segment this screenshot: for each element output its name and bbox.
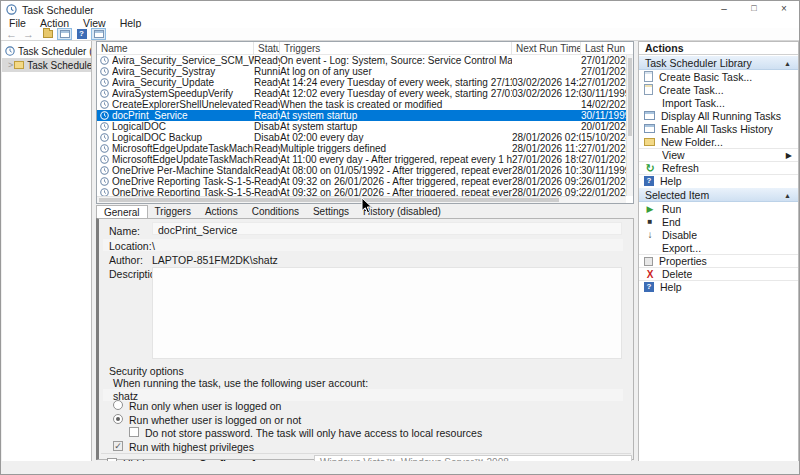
radio-run-only-logged-on[interactable] bbox=[113, 400, 123, 410]
task-row-avira-security-systray[interactable]: Avira_Security_Systray Running At log on… bbox=[97, 66, 633, 77]
action-item-view[interactable]: View ▶ bbox=[639, 148, 798, 161]
task-triggers: On event - Log: System, Source: Service … bbox=[280, 55, 512, 66]
help-button[interactable]: ? bbox=[74, 28, 89, 40]
task-triggers: At system startup bbox=[280, 121, 512, 132]
task-row-onedrive-reporting-task-s-1-5-21-1040159[interactable]: OneDrive Reporting Task-S-1-5-21-1040159… bbox=[97, 176, 633, 187]
task-triggers: At system startup bbox=[280, 110, 512, 121]
radio-run-whether-logged-on[interactable] bbox=[113, 414, 123, 424]
actions-section-selected-item[interactable]: Selected Item▲ bbox=[639, 187, 798, 202]
folder-icon bbox=[14, 61, 24, 69]
close-button[interactable]: × bbox=[769, 1, 799, 18]
action-item-import-task[interactable]: Import Task... bbox=[639, 96, 798, 109]
task-row-microsoftedgeupdatetaskmachineua[interactable]: MicrosoftEdgeUpdateTaskMachineUA Ready A… bbox=[97, 154, 633, 165]
scrollbar-thumb[interactable] bbox=[628, 58, 632, 136]
run-icon: ▶ bbox=[644, 203, 656, 214]
checkbox-highest-privileges-label: Run with highest privileges bbox=[129, 441, 254, 453]
task-triggers: At log on of any user bbox=[280, 66, 512, 77]
task-icon bbox=[100, 177, 112, 186]
task-triggers: Multiple triggers defined bbox=[280, 143, 512, 154]
submenu-arrow-icon: ▶ bbox=[786, 151, 792, 160]
task-row-logicaldoc[interactable]: LogicalDOC Disabled At system startup 20… bbox=[97, 121, 633, 132]
action-item-create-task[interactable]: Create Task... bbox=[639, 83, 798, 96]
location-value: \ bbox=[152, 240, 155, 252]
task-last-run: 30/11/1999 00:00: bbox=[581, 165, 627, 176]
tree-item-root[interactable]: Task Scheduler (Local) bbox=[2, 44, 91, 58]
tab-actions[interactable]: Actions bbox=[198, 205, 245, 218]
clock-icon bbox=[5, 46, 15, 56]
task-name: MicrosoftEdgeUpdateTaskMachineUA bbox=[112, 154, 254, 165]
console-window-button[interactable] bbox=[57, 28, 72, 40]
task-last-run: 27/01/2026 10:24: bbox=[581, 66, 627, 77]
action-item-disable[interactable]: ↓ Disable bbox=[639, 228, 798, 241]
show-console-tree-icon bbox=[43, 30, 53, 38]
action-item-end[interactable]: ■ End bbox=[639, 215, 798, 228]
delete-icon: X bbox=[644, 269, 656, 280]
task-icon bbox=[100, 166, 112, 175]
expander-icon[interactable]: > bbox=[8, 60, 13, 70]
collapse-icon[interactable]: ▲ bbox=[784, 56, 791, 71]
task-last-run: 20/01/2026 18:44: bbox=[581, 121, 627, 132]
task-row-avira-security-service-scm-watchdog[interactable]: Avira_Security_Service_SCM_Watchdog Read… bbox=[97, 55, 633, 66]
task-next-run: 28/01/2026 02:00:00 bbox=[512, 132, 581, 143]
tab-triggers[interactable]: Triggers bbox=[148, 205, 198, 218]
task-name: MicrosoftEdgeUpdateTaskMachineCore bbox=[112, 143, 254, 154]
task-name: OneDrive Reporting Task-S-1-5-21-1040159… bbox=[112, 176, 254, 187]
action-pane-button[interactable] bbox=[91, 28, 106, 40]
action-item-delete[interactable]: X Delete bbox=[639, 267, 798, 280]
task-row-avirasystemspeedupverify[interactable]: AviraSystemSpeedupVerify Ready At 12:02 … bbox=[97, 88, 633, 99]
show-console-tree-button[interactable] bbox=[40, 28, 55, 40]
column-header-triggers[interactable]: Triggers bbox=[280, 42, 512, 55]
task-status: Ready bbox=[254, 176, 280, 187]
collapse-icon[interactable]: ▲ bbox=[784, 188, 791, 203]
console-tree: Task Scheduler (Local) > Task Scheduler … bbox=[2, 41, 92, 463]
tab-general[interactable]: General bbox=[96, 205, 148, 218]
task-row-avira-security-update[interactable]: Avira_Security_Update Ready At 14:24 eve… bbox=[97, 77, 633, 88]
minimize-button[interactable]: – bbox=[709, 1, 739, 18]
task-triggers: At 09:32 on 26/01/2026 - After triggered… bbox=[280, 176, 512, 187]
task-row-microsoftedgeupdatetaskmachinecore[interactable]: MicrosoftEdgeUpdateTaskMachineCore Ready… bbox=[97, 143, 633, 154]
maximize-button[interactable]: □ bbox=[739, 1, 769, 18]
task-next-run: 03/02/2026 12:02:00 bbox=[512, 88, 581, 99]
task-row-onedrive-per-machine-standalone-update-t[interactable]: OneDrive Per-Machine Standalone Update T… bbox=[97, 165, 633, 176]
task-triggers: At 08:00 on 01/05/1992 - After triggered… bbox=[280, 165, 512, 176]
column-header-next-run-time[interactable]: Next Run Time bbox=[512, 42, 581, 55]
help-icon: ? bbox=[77, 29, 87, 39]
action-item-help[interactable]: ? Help bbox=[639, 174, 798, 187]
action-item-create-basic-task[interactable]: Create Basic Task... bbox=[639, 70, 798, 83]
task-icon bbox=[100, 89, 112, 98]
action-item-refresh[interactable]: ↻ Refresh bbox=[639, 161, 798, 174]
action-item-enable-all-tasks-history[interactable]: Enable All Tasks History bbox=[639, 122, 798, 135]
forward-arrow-icon[interactable]: → bbox=[23, 29, 34, 39]
actions-section-task-scheduler-library[interactable]: Task Scheduler Library▲ bbox=[639, 55, 798, 70]
task-name: docPrint_Service bbox=[112, 110, 254, 121]
no-icon bbox=[644, 242, 656, 253]
action-item-new-folder[interactable]: New Folder... bbox=[639, 135, 798, 148]
task-row-logicaldoc-backup[interactable]: LogicalDOC Backup Disabled At 02:00 ever… bbox=[97, 132, 633, 143]
task-name: Avira_Security_Update bbox=[112, 77, 254, 88]
checkbox-highest-privileges[interactable]: ✓ bbox=[113, 441, 123, 451]
scrollbar-thumb[interactable] bbox=[99, 198, 559, 202]
action-item-properties[interactable]: Properties bbox=[639, 254, 798, 267]
tree-item-library[interactable]: > Task Scheduler Library bbox=[2, 58, 91, 72]
actions-title: Actions bbox=[639, 42, 798, 55]
tab-settings[interactable]: Settings bbox=[306, 205, 356, 218]
back-arrow-icon[interactable]: ← bbox=[6, 29, 17, 39]
column-header-name[interactable]: Name bbox=[97, 42, 254, 55]
tab-conditions[interactable]: Conditions bbox=[245, 205, 306, 218]
action-item-help[interactable]: ? Help bbox=[639, 280, 798, 293]
location-label: Location: bbox=[109, 240, 152, 252]
task-icon bbox=[100, 144, 112, 153]
description-field[interactable] bbox=[152, 267, 622, 359]
column-header-status[interactable]: Status bbox=[254, 42, 280, 55]
task-row-docprint-service[interactable]: docPrint_Service Ready At system startup… bbox=[97, 110, 633, 121]
checkbox-no-password[interactable] bbox=[129, 427, 139, 437]
action-item-run[interactable]: ▶ Run bbox=[639, 202, 798, 215]
action-item-export[interactable]: Export... bbox=[639, 241, 798, 254]
action-item-display-all-running-tasks[interactable]: Display All Running Tasks bbox=[639, 109, 798, 122]
task-row-createexplorershellunelevatedtask[interactable]: CreateExplorerShellUnelevatedTask Ready … bbox=[97, 99, 633, 110]
vertical-scrollbar[interactable] bbox=[626, 55, 633, 196]
app-icon bbox=[6, 4, 17, 15]
task-status: Ready bbox=[254, 55, 280, 66]
column-header-last-run-time[interactable]: Last Run Time bbox=[581, 42, 627, 55]
name-field[interactable]: docPrint_Service bbox=[152, 222, 622, 235]
